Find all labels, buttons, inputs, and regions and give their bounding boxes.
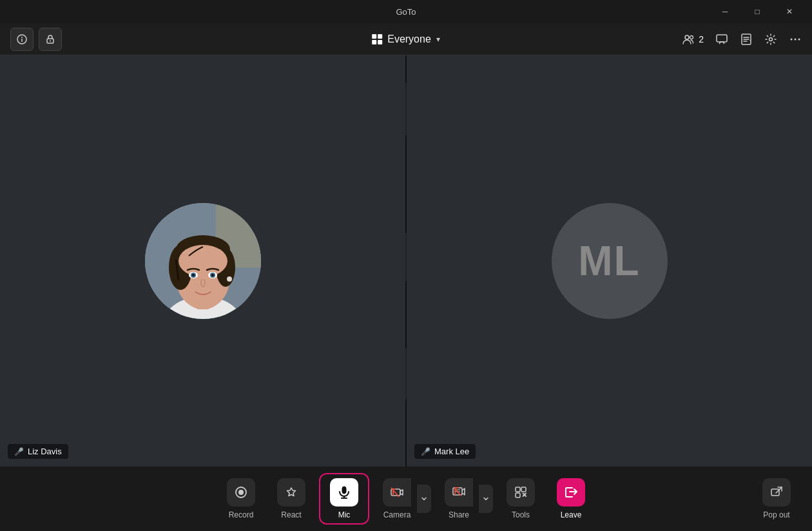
svg-point-2 [21,37,23,38]
record-button[interactable]: Record [218,476,264,522]
record-label: Record [229,510,254,519]
svg-rect-54 [771,489,779,496]
record-icon [227,478,255,507]
share-label: Share [449,510,469,519]
participants-button[interactable]: 2 [682,33,704,46]
react-label: React [281,510,301,519]
chat-button[interactable] [715,33,728,46]
header: Everyone ▾ 2 [0,23,812,55]
mic-icon-mark: 🎤 [421,447,430,456]
participant-count: 2 [699,34,704,44]
camera-group: Camera [374,476,431,522]
svg-point-33 [211,274,214,276]
react-icon [277,478,305,507]
svg-point-14 [795,38,797,40]
react-button[interactable]: React [269,476,314,522]
svg-point-15 [798,38,800,40]
svg-point-34 [227,276,232,282]
participant-photo-liz [145,203,261,319]
svg-rect-53 [516,493,520,497]
svg-rect-1 [21,39,23,42]
leave-icon [557,478,585,507]
camera-icon [383,478,411,507]
svg-point-32 [192,274,195,276]
notes-button[interactable] [740,33,753,46]
camera-label: Camera [383,510,411,519]
svg-point-36 [238,490,244,495]
participant-label-mark: 🎤 Mark Lee [414,444,476,459]
tools-icon [507,478,535,507]
header-left [10,28,62,51]
avatar-ml: ML [552,203,668,319]
info-button[interactable] [10,28,34,51]
participant-label-liz: 🎤 Liz Davis [8,444,68,459]
avatar-initials-mark: ML [578,237,640,285]
svg-point-13 [791,38,793,40]
app-title: GoTo [396,7,416,17]
share-button[interactable]: Share [436,476,481,522]
video-area: G [0,55,812,467]
svg-point-12 [769,37,773,41]
svg-point-4 [50,40,51,41]
camera-chevron-button[interactable] [417,485,431,513]
participant-name-mark: Mark Lee [434,447,469,456]
video-tile-mark: ML 🎤 Mark Lee [407,55,812,467]
svg-point-27 [179,245,227,277]
window-controls: ─ □ ✕ [710,0,804,23]
lock-button[interactable] [39,28,62,51]
bottom-toolbar: Record React Mic [0,467,812,531]
popout-icon [762,478,791,507]
share-icon [445,478,473,507]
chevron-down-icon: ▾ [436,35,440,44]
tools-label: Tools [512,510,530,519]
leave-label: Leave [561,510,582,519]
grid-icon [372,34,382,44]
share-chevron-button[interactable] [479,485,493,513]
svg-rect-37 [342,487,346,494]
svg-point-6 [690,35,693,39]
titlebar: GoTo ─ □ ✕ [0,0,812,23]
share-group: Share [436,476,493,522]
svg-rect-52 [521,487,526,492]
more-button[interactable] [789,33,802,46]
tools-button[interactable]: Tools [498,476,543,522]
camera-button[interactable]: Camera [374,476,420,522]
maximize-button[interactable]: □ [742,0,772,23]
mic-icon-liz: 🎤 [14,447,24,456]
video-grid: 🎤 Liz Davis ML 🎤 Mark Lee [0,55,812,467]
svg-rect-51 [516,487,520,492]
close-button[interactable]: ✕ [775,0,804,23]
header-right: 2 [682,33,802,46]
everyone-label: Everyone [387,34,431,45]
everyone-dropdown[interactable]: Everyone ▾ [372,34,440,45]
mic-active-wrapper: Mic [319,473,369,525]
minimize-button[interactable]: ─ [710,0,740,23]
mic-button[interactable]: Mic [322,476,367,522]
popout-button[interactable]: Pop out [754,476,799,522]
participant-name-liz: Liz Davis [28,447,62,456]
svg-rect-7 [717,35,727,42]
video-tile-liz: 🎤 Liz Davis [0,55,405,467]
leave-button[interactable]: Leave [548,476,594,522]
mic-icon [330,478,358,507]
svg-point-5 [685,35,689,39]
settings-button[interactable] [764,33,777,46]
mic-label: Mic [338,510,351,519]
popout-label: Pop out [763,510,789,519]
